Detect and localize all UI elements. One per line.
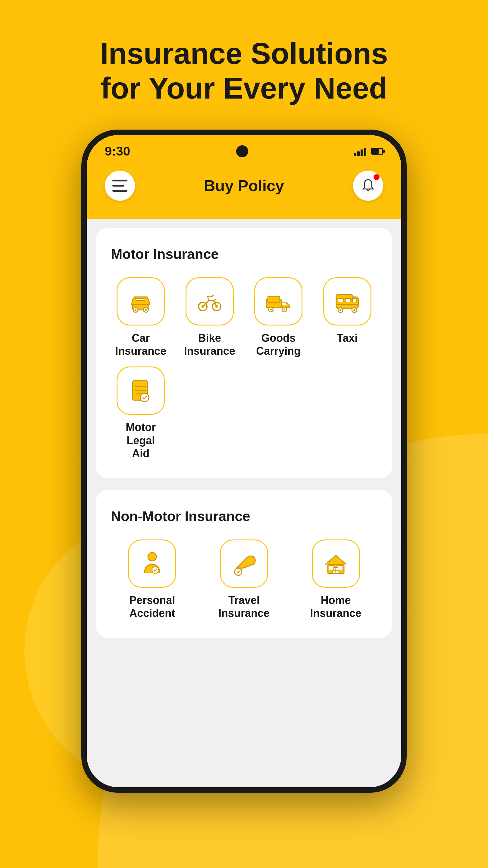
svg-rect-1: [112, 185, 124, 187]
phone-frame: 9:30: [82, 130, 407, 793]
car-icon-wrap: [117, 277, 165, 326]
svg-point-16: [270, 309, 272, 310]
status-bar: 9:30: [87, 135, 401, 164]
goods-carrying-item[interactable]: GoodsCarrying: [249, 277, 308, 358]
svg-rect-13: [268, 296, 280, 302]
motor-insurance-card: Motor Insurance: [96, 228, 392, 478]
personal-accident-item[interactable]: PersonalAccident: [111, 539, 194, 620]
menu-button[interactable]: [105, 170, 135, 201]
hero-title: Insurance Solutions for Your Every Need: [63, 0, 425, 130]
signal-icon: [354, 147, 366, 156]
motor-grid-row2: Motor LegalAid: [111, 367, 377, 460]
bus-icon: [334, 288, 361, 315]
svg-point-7: [145, 309, 147, 311]
svg-rect-0: [112, 180, 127, 181]
page-title: Buy Policy: [204, 177, 284, 195]
bell-icon: [361, 178, 376, 193]
svg-rect-24: [338, 299, 344, 302]
status-time: 9:30: [105, 144, 130, 158]
status-icons: [354, 147, 383, 156]
personal-label: PersonalAccident: [129, 594, 175, 620]
document-badge-icon: [127, 377, 154, 404]
motor-legal-item[interactable]: Motor LegalAid: [111, 367, 171, 460]
notification-badge: [373, 174, 380, 180]
svg-point-23: [353, 309, 355, 311]
battery-icon: [371, 148, 383, 155]
travel-icon-wrap: [220, 539, 268, 588]
svg-rect-2: [112, 190, 127, 192]
car-icon: [127, 288, 154, 315]
non-motor-insurance-card: Non-Motor Insurance: [96, 490, 392, 638]
personal-accident-icon-wrap: [128, 539, 176, 588]
bike-insurance-item[interactable]: BikeInsurance: [180, 277, 240, 358]
home-insurance-item[interactable]: HomeInsurance: [294, 539, 377, 620]
svg-rect-26: [352, 299, 357, 302]
motor-legal-icon-wrap: [117, 367, 165, 415]
svg-point-29: [148, 553, 156, 561]
svg-point-17: [284, 309, 285, 310]
goods-icon-wrap: [254, 277, 302, 326]
svg-point-6: [135, 309, 136, 311]
car-label: CarInsurance: [115, 332, 166, 358]
hamburger-icon: [112, 180, 127, 192]
svg-rect-33: [329, 566, 334, 570]
car-insurance-item[interactable]: CarInsurance: [111, 277, 171, 358]
taxi-item[interactable]: Taxi: [318, 277, 378, 358]
home-label: HomeInsurance: [310, 594, 361, 620]
phone-mockup: 9:30: [82, 130, 407, 793]
bike-icon: [196, 288, 223, 315]
motor-grid-row1: CarInsurance: [111, 277, 377, 358]
goods-label: GoodsCarrying: [256, 332, 301, 358]
phone-screen: 9:30: [87, 135, 401, 787]
person-shield-icon: [138, 550, 166, 577]
app-header: Buy Policy: [87, 164, 401, 219]
main-content: Motor Insurance: [87, 219, 401, 787]
motor-legal-label: Motor LegalAid: [111, 421, 171, 460]
svg-point-30: [235, 568, 242, 575]
truck-icon: [265, 288, 292, 315]
notification-button[interactable]: [353, 170, 383, 201]
bike-icon-wrap: [186, 277, 234, 326]
plane-shield-icon: [230, 550, 258, 577]
svg-point-22: [339, 309, 341, 311]
taxi-label: Taxi: [337, 332, 358, 344]
svg-rect-34: [338, 566, 343, 570]
svg-rect-25: [345, 299, 351, 302]
home-icon-wrap: [312, 539, 360, 588]
camera-dot: [236, 145, 248, 157]
travel-label: TravelInsurance: [218, 594, 270, 620]
taxi-icon-wrap: [323, 277, 371, 326]
bike-label: BikeInsurance: [184, 332, 235, 358]
travel-insurance-item[interactable]: TravelInsurance: [203, 539, 286, 620]
motor-title: Motor Insurance: [111, 246, 377, 262]
house-icon: [322, 550, 350, 577]
non-motor-grid: PersonalAccident: [111, 539, 377, 620]
non-motor-title: Non-Motor Insurance: [111, 508, 377, 524]
